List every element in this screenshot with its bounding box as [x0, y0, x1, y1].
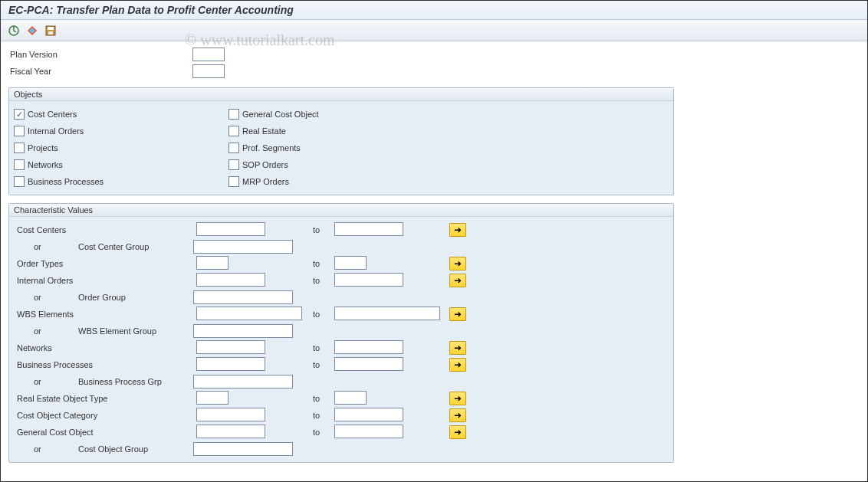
execute-icon[interactable]: [7, 24, 21, 38]
cv-group-input[interactable]: [193, 375, 293, 389]
arrow-right-icon: ➜: [454, 427, 462, 438]
or-label: or: [34, 444, 57, 454]
to-label: to: [313, 411, 334, 420]
or-label: or: [34, 293, 57, 302]
to-label: to: [313, 276, 334, 285]
cv-to-input[interactable]: [334, 256, 367, 270]
arrow-right-icon: ➜: [454, 275, 462, 286]
checkbox-label: Cost Centers: [28, 110, 77, 119]
cv-from-input[interactable]: [196, 256, 229, 270]
objects-title: Objects: [9, 88, 673, 101]
cv-group-label: Order Group: [78, 293, 193, 302]
multiple-selection-button[interactable]: ➜: [449, 341, 466, 355]
plan-version-label: Plan Version: [8, 50, 192, 59]
cv-group-label: WBS Element Group: [78, 326, 193, 336]
multiple-selection-button[interactable]: ➜: [449, 274, 466, 287]
cv-label: General Cost Object: [14, 428, 196, 437]
arrow-right-icon: ➜: [454, 225, 462, 235]
arrow-right-icon: ➜: [454, 258, 462, 269]
multiple-selection-button[interactable]: ➜: [449, 408, 466, 422]
variant-icon[interactable]: [25, 24, 39, 38]
cv-group-input[interactable]: [193, 324, 293, 338]
cv-group-label: Cost Object Group: [78, 444, 193, 454]
arrow-right-icon: ➜: [454, 393, 462, 404]
checkbox-label: Internal Orders: [28, 126, 84, 136]
page-title: EC-PCA: Transfer Plan Data to Profit Cen…: [1, 1, 867, 20]
to-label: to: [313, 360, 334, 369]
checkbox-label: Networks: [28, 160, 63, 169]
cv-label: WBS Elements: [14, 310, 196, 319]
multiple-selection-button[interactable]: ➜: [449, 392, 466, 405]
checkbox[interactable]: [14, 143, 25, 153]
cv-from-input[interactable]: [196, 222, 265, 236]
checkbox-label: SOP Orders: [242, 160, 288, 169]
checkbox-label: Prof. Segments: [242, 143, 301, 152]
to-label: to: [313, 343, 334, 352]
or-label: or: [34, 377, 57, 386]
toolbar: [1, 20, 867, 41]
save-icon[interactable]: [44, 24, 58, 38]
svg-rect-5: [48, 31, 53, 34]
checkbox[interactable]: [229, 143, 239, 153]
svg-rect-4: [48, 27, 54, 30]
cv-to-input[interactable]: [334, 391, 367, 405]
cv-label: Cost Centers: [14, 225, 196, 234]
to-label: to: [313, 428, 334, 437]
multiple-selection-button[interactable]: ➜: [449, 223, 466, 237]
checkbox[interactable]: [229, 176, 239, 187]
checkbox-label: MRP Orders: [242, 177, 289, 186]
cv-to-input[interactable]: [334, 425, 403, 438]
cv-label: Networks: [14, 343, 196, 352]
cv-group-input[interactable]: [193, 442, 293, 456]
arrow-right-icon: ➜: [454, 343, 462, 353]
cv-group-label: Cost Center Group: [78, 242, 193, 251]
arrow-right-icon: ➜: [454, 410, 462, 421]
multiple-selection-button[interactable]: ➜: [449, 307, 466, 321]
arrow-right-icon: ➜: [454, 309, 462, 320]
checkbox[interactable]: [14, 159, 25, 170]
to-label: to: [313, 394, 334, 403]
multiple-selection-button[interactable]: ➜: [449, 358, 466, 372]
cv-from-input[interactable]: [196, 340, 265, 354]
cv-to-input[interactable]: [334, 340, 403, 354]
fiscal-year-label: Fiscal Year: [8, 67, 192, 76]
checkbox-label: General Cost Object: [242, 110, 319, 119]
cv-to-input[interactable]: [334, 357, 403, 371]
checkbox[interactable]: [229, 126, 239, 136]
cv-to-input[interactable]: [334, 273, 403, 287]
multiple-selection-button[interactable]: ➜: [449, 257, 466, 271]
plan-version-input[interactable]: [192, 48, 225, 61]
checkbox[interactable]: [14, 176, 25, 187]
objects-group: Objects ✓Cost CentersGeneral Cost Object…: [8, 87, 674, 195]
multiple-selection-button[interactable]: ➜: [449, 425, 466, 439]
checkbox-label: Real Estate: [242, 126, 286, 136]
cv-label: Business Processes: [14, 360, 196, 369]
or-label: or: [34, 326, 57, 336]
cv-from-input[interactable]: [196, 408, 265, 421]
checkbox[interactable]: [14, 126, 25, 136]
checkbox[interactable]: [229, 109, 239, 120]
cv-group-input[interactable]: [193, 290, 293, 304]
fiscal-year-input[interactable]: [192, 64, 225, 78]
cv-title: Characteristic Values: [9, 204, 673, 217]
cv-group-input[interactable]: [193, 240, 293, 254]
cv-to-input[interactable]: [334, 222, 403, 236]
to-label: to: [313, 225, 334, 234]
checkbox-label: Business Processes: [28, 177, 104, 186]
cv-label: Real Estate Object Type: [14, 394, 196, 403]
checkbox[interactable]: ✓: [14, 109, 25, 120]
checkbox[interactable]: [229, 159, 239, 170]
cv-to-input[interactable]: [334, 307, 440, 320]
or-label: or: [34, 242, 57, 251]
characteristic-values-group: Characteristic Values Cost Centersto➜orC…: [8, 203, 674, 463]
cv-to-input[interactable]: [334, 408, 403, 421]
to-label: to: [313, 259, 334, 268]
cv-from-input[interactable]: [196, 391, 229, 405]
cv-from-input[interactable]: [196, 273, 265, 287]
cv-from-input[interactable]: [196, 307, 302, 320]
arrow-right-icon: ➜: [454, 359, 462, 370]
cv-from-input[interactable]: [196, 357, 265, 371]
cv-label: Cost Object Category: [14, 411, 196, 420]
cv-label: Internal Orders: [14, 276, 196, 285]
cv-from-input[interactable]: [196, 425, 265, 438]
